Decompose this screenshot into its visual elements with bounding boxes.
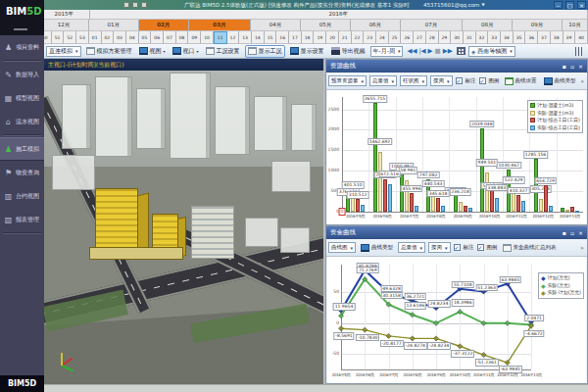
timeline-month-cell[interactable]: 05月 (301, 20, 351, 31)
timeline-week-cell[interactable]: 40 (575, 31, 588, 44)
timeline-week-cell[interactable]: 10 (201, 31, 214, 44)
timeline-week-cell[interactable]: 04 (126, 31, 139, 44)
plan-manage-button[interactable]: 模拟方案管理 (84, 45, 134, 58)
timeline-week-cell[interactable]: 19 (314, 31, 326, 44)
timeline-month-cell[interactable]: 06月 (351, 20, 401, 31)
chart-type-select[interactable]: 柱状图 (400, 75, 427, 86)
grid-view-icon[interactable] (457, 47, 466, 55)
time-scale-select[interactable]: 年-月-周 (370, 46, 404, 57)
timeline-week-cell[interactable]: 39 (564, 31, 576, 44)
condition-setting-button[interactable]: 工况设置 (204, 45, 242, 58)
sidebar-item-8[interactable]: ▧报表管理 (0, 208, 44, 231)
timeline-week-cell[interactable]: 31 (464, 31, 476, 44)
timeline-week-cell[interactable]: 29 (439, 31, 452, 44)
timeline-week-cell[interactable]: 11 (214, 31, 227, 44)
timeline-week-cell[interactable]: 33 (488, 31, 501, 44)
fund-curve-type-button[interactable]: 曲线类型 (359, 241, 395, 254)
display-setting-button[interactable]: 显示设置 (288, 45, 326, 58)
timeline-month-cell[interactable]: 08月 (463, 20, 513, 31)
timeline-week-cell[interactable]: 09 (188, 31, 201, 44)
timeline-week-cell[interactable]: 53 (76, 31, 89, 44)
timeline-week-cell[interactable]: 36 (525, 31, 538, 44)
fund-summary-button[interactable]: 资金曲线汇总列表 (501, 241, 559, 254)
rewind-icon[interactable]: ◀◀ (406, 47, 417, 55)
timeline-week-cell[interactable]: 32 (476, 31, 489, 44)
minimize-button[interactable]: – (554, 1, 563, 9)
mark-checkbox[interactable]: ✓ (454, 244, 461, 251)
timeline-month-cell[interactable]: 02月 (139, 20, 189, 31)
mark-checkbox[interactable]: ✓ (456, 77, 463, 84)
timeline-week-cell[interactable]: 24 (376, 31, 389, 44)
timeline-week-cell[interactable]: 35 (514, 31, 526, 44)
timeline-week-cell[interactable]: 25 (389, 31, 402, 44)
3d-scene[interactable] (44, 71, 324, 384)
fund-value-mode-select[interactable]: 总量值 (398, 242, 425, 253)
timeline-month-cell[interactable]: 01月 (89, 20, 139, 31)
timeline-week-cell[interactable]: 01 (89, 31, 102, 44)
stop-icon[interactable]: ■ (434, 47, 442, 55)
timeline-week-cell[interactable]: 14 (252, 31, 265, 44)
viewport-button[interactable]: 视口▾ (171, 45, 201, 58)
sidebar-item-6[interactable]: ⚑物资查询 (0, 161, 44, 184)
viewport-tab[interactable]: 主视口-[计划时间](当前视口) (44, 59, 324, 71)
fast-forward-icon[interactable]: ▶▶ (442, 47, 454, 55)
timeline-week-cell[interactable]: 16 (276, 31, 289, 44)
save-icon[interactable] (123, 2, 129, 8)
timeline-week-cell[interactable]: 13 (239, 31, 252, 44)
pin-icon[interactable]: ▪ (563, 226, 566, 239)
timeline-week-cell[interactable]: 06 (151, 31, 164, 44)
period-select[interactable]: 按周 (430, 75, 453, 86)
maximize-button[interactable]: □ (565, 1, 574, 9)
play-icon[interactable]: ▶ (427, 47, 434, 55)
timeline-week-cell[interactable]: 26 (401, 31, 414, 44)
timeline-month-cell[interactable]: 04月 (251, 20, 301, 31)
close-button[interactable]: × (577, 1, 586, 9)
resource-source-select[interactable]: 预算资源量 (328, 75, 367, 86)
timeline-week-cell[interactable]: 34 (501, 31, 514, 44)
fund-period-select[interactable]: 按周 (428, 242, 451, 253)
timeline-month-cell[interactable]: 10月 (563, 20, 588, 31)
timeline-month-cell[interactable]: 03月 (189, 20, 251, 31)
legend-checkbox[interactable]: ✓ (479, 77, 486, 84)
timeline-week-cell[interactable]: 27 (414, 31, 426, 44)
timeline-week-cell[interactable]: 23 (364, 31, 376, 44)
float-icon[interactable]: ▫ (570, 60, 574, 73)
timeline-week-cell[interactable]: 05 (139, 31, 152, 44)
timeline-week-cell[interactable]: 22 (352, 31, 365, 44)
export-video-button[interactable]: 导出视频 (329, 45, 368, 58)
timeline-week-cell[interactable]: 21 (339, 31, 352, 44)
timeline-week-cell[interactable]: 30 (451, 31, 464, 44)
close-icon[interactable]: × (578, 60, 583, 73)
timeline-week-cell[interactable]: 15 (265, 31, 277, 44)
overflow-chevron[interactable]: » (580, 244, 585, 251)
overflow-chevron[interactable]: » (581, 77, 586, 84)
fund-chart-type-select[interactable]: 曲线图 (328, 242, 356, 253)
undo-icon[interactable] (132, 2, 138, 8)
skip-start-icon[interactable]: |◀ (417, 47, 426, 55)
timeline-week-cell[interactable]: 12 (227, 31, 240, 44)
pin-icon[interactable]: ▪ (563, 60, 566, 73)
timeline-week-cell[interactable]: 20 (326, 31, 339, 44)
close-icon[interactable]: × (578, 226, 583, 239)
sidebar-item-2[interactable]: ✎数据导入 (0, 63, 44, 86)
timeline-week-cell[interactable]: 38 (551, 31, 564, 44)
timeline-week-cell[interactable]: 37 (538, 31, 551, 44)
sidebar-item-1[interactable]: ♟项目资料 (0, 35, 44, 59)
redo-icon[interactable] (141, 2, 147, 8)
timeline-week-cell[interactable]: 17 (289, 31, 302, 44)
timeline-week-cell[interactable]: 28 (426, 31, 439, 44)
sidebar-item-7[interactable]: ▥合约视图 (0, 184, 44, 208)
sidebar-item-4[interactable]: ⌂流水视图 (0, 110, 44, 133)
timeline-month-cell[interactable]: 12月 (39, 20, 89, 31)
view-button[interactable]: 视图▾ (137, 45, 168, 58)
curve-setting-button[interactable]: 曲线设置 (503, 74, 539, 87)
float-icon[interactable]: ▫ (570, 226, 574, 239)
timeline-week-cell[interactable]: 03 (114, 31, 126, 44)
simulation-mode-select[interactable]: 直连模拟 (46, 46, 81, 57)
camera-view-select[interactable]: ◈ 西南等轴测 (468, 46, 515, 57)
timeline-week-cell[interactable]: 51 (52, 31, 65, 44)
value-mode-select[interactable]: 总量值 (369, 75, 397, 86)
timeline-week-cell[interactable]: 52 (64, 31, 76, 44)
structure-lines-icon[interactable] (575, 47, 584, 56)
timeline-month-cell[interactable]: 09月 (513, 20, 563, 31)
